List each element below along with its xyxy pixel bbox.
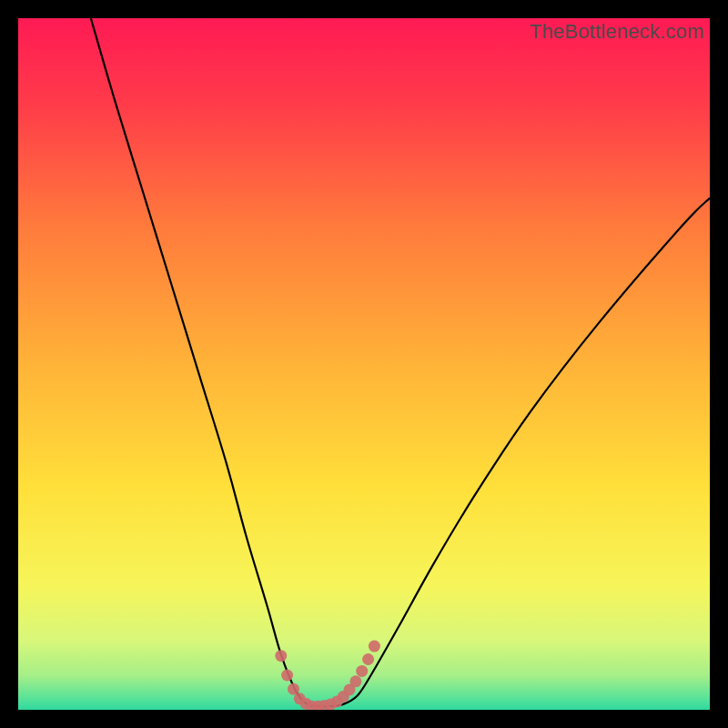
frame-border-bottom <box>0 710 728 728</box>
heat-gradient-background <box>18 18 710 710</box>
chart-frame: TheBottleneck.com <box>18 18 710 710</box>
frame-border-right <box>710 0 728 728</box>
frame-border-top <box>0 0 728 18</box>
frame-border-left <box>0 0 18 728</box>
watermark-text: TheBottleneck.com <box>530 20 704 44</box>
